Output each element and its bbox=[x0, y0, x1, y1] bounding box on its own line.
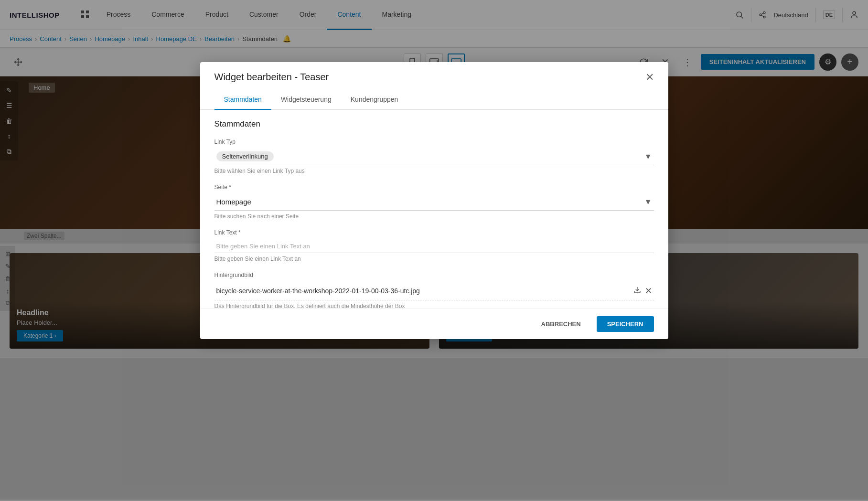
main-area: Home ✎ ☰ 🗑 ↕ ⧉ Zwei Spalte... Headline P… bbox=[0, 76, 868, 500]
link-text-input[interactable] bbox=[214, 239, 654, 253]
seite-dropdown-arrow-icon: ▼ bbox=[644, 198, 652, 206]
seite-hint: Bitte suchen Sie nach einer Seite bbox=[214, 213, 654, 220]
link-text-label: Link Text * bbox=[214, 229, 654, 236]
modal-title: Widget bearbeiten - Teaser bbox=[214, 76, 329, 83]
hintergrundbild-label: Hintergrundbild bbox=[214, 272, 654, 278]
link-typ-label: Link Typ bbox=[214, 139, 654, 145]
seite-label: Seite * bbox=[214, 184, 654, 191]
tab-stammdaten[interactable]: Stammdaten bbox=[214, 90, 271, 110]
modal-body: Stammdaten Link Typ Seitenverlinkung ▼ B… bbox=[200, 110, 668, 309]
tab-kundengruppen[interactable]: Kundengruppen bbox=[341, 90, 408, 110]
seite-field: Seite * Homepage ▼ Bitte suchen Sie nach… bbox=[214, 184, 654, 220]
link-typ-hint: Bitte wählen Sie einen Link Typ aus bbox=[214, 168, 654, 174]
hintergrundbild-filename: bicycle-service-worker-at-the-workshop-2… bbox=[216, 287, 633, 295]
hintergrundbild-hint: Das Hintergrundbild für die Box. Es defi… bbox=[214, 303, 654, 309]
tab-widgetsteuerung[interactable]: Widgetsteuerung bbox=[271, 90, 341, 110]
remove-file-button[interactable]: ✕ bbox=[645, 286, 652, 296]
save-button[interactable]: SPEICHERN bbox=[597, 316, 654, 332]
link-typ-field: Link Typ Seitenverlinkung ▼ Bitte wählen… bbox=[214, 139, 654, 174]
download-file-button[interactable] bbox=[633, 286, 641, 296]
cancel-button[interactable]: ABBRECHEN bbox=[533, 316, 589, 332]
link-typ-tag: Seitenverlinkung bbox=[216, 151, 274, 161]
modal-footer: ABBRECHEN SPEICHERN bbox=[200, 309, 668, 339]
modal-overlay: Widget bearbeiten - Teaser ✕ Stammdaten … bbox=[0, 76, 868, 500]
link-text-hint: Bitte geben Sie einen Link Text an bbox=[214, 256, 654, 262]
section-title: Stammdaten bbox=[214, 119, 654, 129]
link-typ-dropdown[interactable]: Seitenverlinkung ▼ bbox=[214, 148, 654, 165]
modal-tabs: Stammdaten Widgetsteuerung Kundengruppen bbox=[200, 90, 668, 110]
hintergrundbild-file: bicycle-service-worker-at-the-workshop-2… bbox=[214, 281, 654, 300]
dropdown-arrow-icon: ▼ bbox=[644, 152, 652, 161]
modal: Widget bearbeiten - Teaser ✕ Stammdaten … bbox=[200, 76, 668, 339]
seite-value: Homepage bbox=[216, 198, 251, 206]
hintergrundbild-field: Hintergrundbild bicycle-service-worker-a… bbox=[214, 272, 654, 309]
link-text-field: Link Text * Bitte geben Sie einen Link T… bbox=[214, 229, 654, 262]
seite-dropdown[interactable]: Homepage ▼ bbox=[214, 193, 654, 211]
modal-close-button[interactable]: ✕ bbox=[645, 76, 654, 83]
